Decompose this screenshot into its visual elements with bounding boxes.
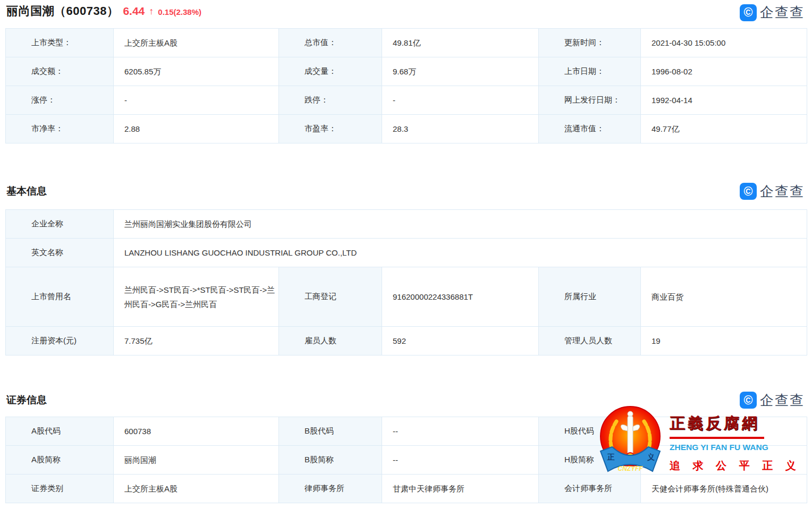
table-row: 证券类别 上交所主板A股 律师事务所 甘肃中天律师事务所 会计师事务所 天健会计… xyxy=(6,475,807,503)
field-value xyxy=(641,446,807,475)
field-value: 兰州民百->ST民百->*ST民百->ST民百->兰州民百->G民百->兰州民百 xyxy=(114,267,279,327)
qichacha-icon: © xyxy=(740,4,757,21)
qichacha-logo-text: 企查查 xyxy=(760,182,805,201)
field-label: 证券类别 xyxy=(6,475,114,503)
field-value: 1992-04-14 xyxy=(641,86,807,115)
securities-table: A股代码 600738 B股代码 -- H股代码 A股简称 丽尚国潮 B股简称 … xyxy=(5,417,807,503)
field-value: 兰州丽尚国潮实业集团股份有限公司 xyxy=(114,210,807,239)
field-label: H股代码 xyxy=(539,417,641,446)
stock-price: 6.44 xyxy=(123,5,145,18)
field-value: 49.77亿 xyxy=(641,115,807,143)
field-value: 19 xyxy=(641,327,807,355)
stock-change: 0.15(2.38%) xyxy=(158,7,201,16)
section-title-securities: 证券信息 xyxy=(6,393,47,407)
field-label: 管理人员人数 xyxy=(539,327,641,355)
basic-info-table: 企业全称 兰州丽尚国潮实业集团股份有限公司 英文名称 LANZHOU LISHA… xyxy=(5,209,807,355)
field-label: A股简称 xyxy=(6,446,114,475)
field-label: 上市类型： xyxy=(6,29,114,57)
field-value: 7.735亿 xyxy=(114,327,279,355)
field-label: A股代码 xyxy=(6,417,114,446)
price-up-arrow-icon: ↑ xyxy=(149,6,154,17)
page-header: 丽尚国潮（600738） 6.44 ↑ 0.15(2.38%) © 企查查 xyxy=(0,0,812,26)
field-label: 成交量： xyxy=(279,57,382,86)
table-row: 上市曾用名 兰州民百->ST民百->*ST民百->ST民百->兰州民百->G民百… xyxy=(6,267,807,327)
table-row: 上市类型： 上交所主板A股 总市值： 49.81亿 更新时间： 2021-04-… xyxy=(6,29,807,57)
field-label: 网上发行日期： xyxy=(539,86,641,115)
field-value: 甘肃中天律师事务所 xyxy=(382,475,539,503)
qichacha-logo[interactable]: © 企查查 xyxy=(740,391,805,410)
qichacha-logo[interactable]: © 企查查 xyxy=(740,182,805,201)
field-value: 91620000224336881T xyxy=(382,267,539,327)
field-value xyxy=(641,417,807,446)
field-value: 丽尚国潮 xyxy=(114,446,279,475)
field-value: 6205.85万 xyxy=(114,57,279,86)
field-value: -- xyxy=(382,417,539,446)
field-label: 工商登记 xyxy=(279,267,382,327)
field-label: 英文名称 xyxy=(6,239,114,267)
qichacha-logo-text: 企查查 xyxy=(760,391,805,410)
field-value: - xyxy=(382,86,539,115)
field-label: 会计师事务所 xyxy=(539,475,641,503)
field-value: - xyxy=(114,86,279,115)
field-label: 注册资本(元) xyxy=(6,327,114,355)
page-title: 丽尚国潮（600738） xyxy=(6,3,119,19)
field-value: 28.3 xyxy=(382,115,539,143)
securities-info-header: 证券信息 © 企查查 xyxy=(0,391,812,410)
qichacha-icon: © xyxy=(740,183,757,200)
field-value: 592 xyxy=(382,327,539,355)
field-label: 成交额： xyxy=(6,57,114,86)
field-label: 雇员人数 xyxy=(279,327,382,355)
table-row: 成交额： 6205.85万 成交量： 9.68万 上市日期： 1996-08-0… xyxy=(6,57,807,86)
field-label: B股代码 xyxy=(279,417,382,446)
table-row: A股代码 600738 B股代码 -- H股代码 xyxy=(6,417,807,446)
field-label: 上市日期： xyxy=(539,57,641,86)
field-value: 上交所主板A股 xyxy=(114,29,279,57)
field-value: 2021-04-30 15:05:00 xyxy=(641,29,807,57)
field-label: 市盈率： xyxy=(279,115,382,143)
table-row: 注册资本(元) 7.735亿 雇员人数 592 管理人员人数 19 xyxy=(6,327,807,355)
section-title-basic: 基本信息 xyxy=(6,184,47,198)
table-row: 市净率： 2.88 市盈率： 28.3 流通市值： 49.77亿 xyxy=(6,115,807,143)
field-value: LANZHOU LISHANG GUOCHAO INDUSTRIAL GROUP… xyxy=(114,239,807,267)
field-value: 9.68万 xyxy=(382,57,539,86)
field-value: 1996-08-02 xyxy=(641,57,807,86)
field-value: 商业百货 xyxy=(641,267,807,327)
table-row: 英文名称 LANZHOU LISHANG GUOCHAO INDUSTRIAL … xyxy=(6,239,807,267)
field-label: 更新时间： xyxy=(539,29,641,57)
field-label: 律师事务所 xyxy=(279,475,382,503)
qichacha-logo[interactable]: © 企查查 xyxy=(740,3,805,22)
field-label: B股简称 xyxy=(279,446,382,475)
field-label: H股简称 xyxy=(539,446,641,475)
company-stock-page: 丽尚国潮（600738） 6.44 ↑ 0.15(2.38%) © 企查查 上市… xyxy=(0,0,812,508)
qichacha-icon: © xyxy=(740,392,757,409)
field-label: 总市值： xyxy=(279,29,382,57)
field-value: 2.88 xyxy=(114,115,279,143)
field-value: 上交所主板A股 xyxy=(114,475,279,503)
field-value: 49.81亿 xyxy=(382,29,539,57)
field-label: 所属行业 xyxy=(539,267,641,327)
field-label: 涨停： xyxy=(6,86,114,115)
stock-title-block: 丽尚国潮（600738） 6.44 ↑ 0.15(2.38%) xyxy=(6,3,201,19)
field-label: 上市曾用名 xyxy=(6,267,114,327)
quote-table: 上市类型： 上交所主板A股 总市值： 49.81亿 更新时间： 2021-04-… xyxy=(5,28,807,143)
table-row: 企业全称 兰州丽尚国潮实业集团股份有限公司 xyxy=(6,210,807,239)
qichacha-logo-text: 企查查 xyxy=(760,3,805,22)
field-value: 天健会计师事务所(特殊普通合伙) xyxy=(641,475,807,503)
field-value: 600738 xyxy=(114,417,279,446)
table-row: A股简称 丽尚国潮 B股简称 -- H股简称 xyxy=(6,446,807,475)
field-label: 跌停： xyxy=(279,86,382,115)
basic-info-header: 基本信息 © 企查查 xyxy=(0,182,812,201)
field-label: 市净率： xyxy=(6,115,114,143)
field-label: 企业全称 xyxy=(6,210,114,239)
table-row: 涨停： - 跌停： - 网上发行日期： 1992-04-14 xyxy=(6,86,807,115)
field-label: 流通市值： xyxy=(539,115,641,143)
field-value: -- xyxy=(382,446,539,475)
